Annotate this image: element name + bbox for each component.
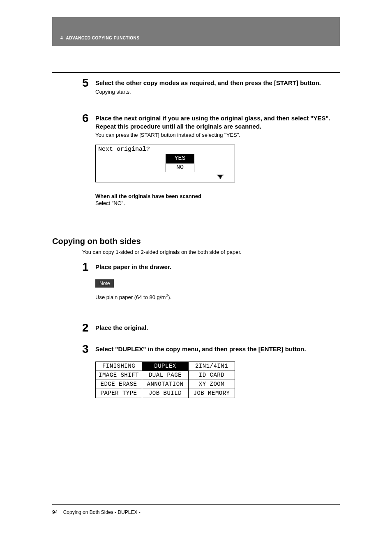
note-body: Use plain paper (64 to 80 g/m2).	[95, 292, 340, 301]
page-number: 94	[52, 509, 58, 515]
lcd-spacer	[96, 154, 166, 163]
menu-2in1-4in1[interactable]: 2IN1/4IN1	[189, 362, 235, 371]
step-title: Place paper in the drawer.	[95, 263, 340, 271]
menu-job-memory[interactable]: JOB MEMORY	[189, 389, 235, 398]
step-number: 2	[82, 321, 89, 334]
step-title: Place the next original if you are using…	[95, 114, 340, 130]
chapter-header: 4 ADVANCED COPYING FUNCTIONS	[52, 17, 340, 46]
chapter-number: 4	[60, 36, 63, 40]
note-body-post: ).	[168, 294, 171, 300]
step6-after-body: Select "NO".	[95, 200, 340, 206]
chapter-title: ADVANCED COPYING FUNCTIONS	[66, 36, 140, 40]
step-body: You can press the [START] button instead…	[95, 132, 340, 139]
lcd-spacer	[96, 163, 166, 172]
step-title: Select "DUPLEX" in the copy menu, and th…	[95, 345, 340, 353]
lcd-spacer	[194, 154, 235, 163]
step-title: Place the original.	[95, 324, 340, 332]
divider-bottom	[52, 504, 340, 505]
menu-duplex[interactable]: DUPLEX	[142, 362, 189, 371]
step-number: 1	[82, 260, 89, 274]
footer-label: Copying on Both Sides - DUPLEX -	[63, 509, 141, 515]
lcd-panel: Next original? YES NO	[95, 145, 340, 182]
page: 4 ADVANCED COPYING FUNCTIONS 5 Select th…	[0, 0, 392, 555]
down-arrow-icon[interactable]	[217, 175, 224, 180]
menu-annotation[interactable]: ANNOTATION	[142, 380, 189, 389]
step-5: 5 Select the other copy modes as require…	[95, 79, 340, 95]
step-body: Copying starts.	[95, 89, 340, 96]
divider-top	[52, 72, 340, 73]
page-footer: 94 Copying on Both Sides - DUPLEX -	[52, 509, 141, 515]
step-6: 6 Place the next original if you are usi…	[95, 114, 340, 206]
menu-edge-erase[interactable]: EDGE ERASE	[96, 380, 142, 389]
section-intro: You can copy 1-sided or 2-sided original…	[82, 249, 340, 255]
sub-step-2: 2 Place the original.	[95, 324, 340, 332]
sub-step-3: 3 Select "DUPLEX" in the copy menu, and …	[95, 345, 340, 398]
copy-menu-grid: FINISHING DUPLEX 2IN1/4IN1 IMAGE SHIFT D…	[95, 362, 235, 398]
menu-job-build[interactable]: JOB BUILD	[142, 389, 189, 398]
menu-xy-zoom[interactable]: XY ZOOM	[189, 380, 235, 389]
menu-image-shift[interactable]: IMAGE SHIFT	[96, 371, 142, 380]
menu-id-card[interactable]: ID CARD	[189, 371, 235, 380]
step-title: Select the other copy modes as required,…	[95, 79, 340, 87]
lcd-option-no[interactable]: NO	[166, 163, 194, 172]
menu-finishing[interactable]: FINISHING	[96, 362, 142, 371]
menu-paper-type[interactable]: PAPER TYPE	[96, 389, 142, 398]
lcd-option-yes[interactable]: YES	[166, 154, 194, 163]
note-label: Note	[95, 279, 114, 288]
step-number: 5	[82, 76, 89, 90]
step6-after-title: When all the originals have been scanned	[95, 193, 340, 199]
step-number: 3	[82, 343, 89, 356]
lcd-prompt: Next original?	[96, 145, 152, 154]
menu-dual-page[interactable]: DUAL PAGE	[142, 371, 189, 380]
sub-step-1: 1 Place paper in the drawer. Note Use pl…	[95, 263, 340, 301]
note-body-pre: Use plain paper (64 to 80 g/m	[95, 294, 166, 300]
section-heading: Copying on both sides	[52, 237, 141, 246]
step-number: 6	[82, 112, 89, 125]
lcd-spacer	[194, 163, 235, 172]
